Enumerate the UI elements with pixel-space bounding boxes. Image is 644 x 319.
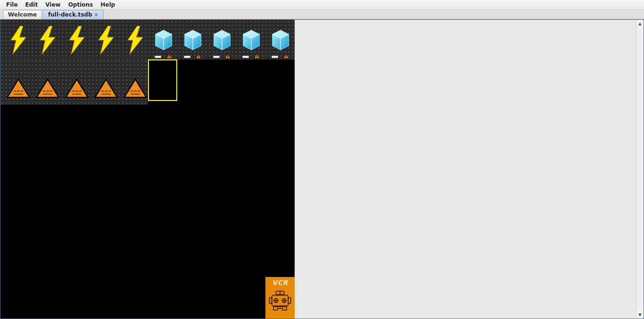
svg-marker-35 (8, 79, 30, 97)
svg-marker-37 (37, 79, 59, 97)
svg-rect-33 (286, 55, 287, 57)
lightning-card[interactable] (63, 24, 91, 57)
svg-marker-4 (128, 26, 143, 54)
svg-rect-50 (269, 298, 272, 303)
svg-rect-16 (198, 58, 199, 58)
vcr-card[interactable]: VCR (265, 277, 295, 319)
svg-marker-3 (99, 26, 114, 54)
lightning-card[interactable] (121, 24, 149, 57)
svg-rect-10 (169, 58, 170, 58)
editor-content: VCR ▲ (0, 19, 644, 319)
heat-warning-card[interactable] (33, 72, 62, 105)
menu-file[interactable]: File (3, 1, 21, 8)
svg-rect-9 (169, 55, 170, 57)
deck-row-1 (0, 20, 295, 59)
lightning-card[interactable] (33, 24, 62, 57)
ice-cube-card[interactable] (237, 23, 265, 56)
heat-warning-card[interactable] (121, 72, 149, 105)
svg-marker-41 (95, 79, 117, 97)
svg-marker-39 (66, 79, 88, 97)
heat-warning-card[interactable] (92, 72, 120, 105)
close-icon[interactable]: ✕ (94, 12, 98, 18)
lightning-card[interactable] (92, 24, 120, 57)
engine-icon (268, 286, 292, 314)
menu-edit[interactable]: Edit (22, 1, 41, 8)
heat-warning-card[interactable] (63, 72, 91, 105)
svg-rect-27 (257, 55, 257, 57)
properties-panel: ▲ ▼ (295, 20, 644, 319)
scroll-down-icon[interactable]: ▼ (636, 311, 644, 319)
progress-bar-icon (213, 56, 220, 58)
row2-mask (177, 59, 295, 105)
menubar: File Edit View Options Help (0, 0, 644, 10)
progress-bar-icon (242, 56, 249, 58)
svg-marker-0 (11, 26, 26, 54)
vertical-scrollbar[interactable]: ▲ ▼ (636, 20, 644, 319)
svg-rect-15 (198, 55, 199, 57)
row2-mask-left (148, 59, 177, 105)
tab-label: Welcome (8, 11, 37, 18)
ice-cube-card[interactable] (266, 23, 295, 56)
svg-rect-22 (228, 58, 228, 58)
svg-rect-34 (286, 58, 287, 58)
tab-welcome[interactable]: Welcome (3, 10, 42, 19)
svg-marker-43 (124, 79, 147, 97)
heat-warning-card[interactable] (4, 72, 33, 105)
progress-bar-icon (272, 56, 278, 58)
svg-rect-28 (257, 58, 257, 58)
tab-full-deck[interactable]: full-deck.tsdb ✕ (43, 10, 104, 19)
svg-rect-51 (288, 298, 290, 303)
scroll-up-icon[interactable]: ▲ (636, 20, 644, 27)
ice-cube-card[interactable] (149, 23, 178, 56)
deck-row-2 (0, 59, 295, 105)
menu-help[interactable]: Help (97, 1, 118, 8)
progress-bar-icon (155, 56, 161, 58)
svg-marker-2 (69, 26, 84, 54)
ice-cube-card[interactable] (208, 23, 236, 56)
tabbar: Welcome full-deck.tsdb ✕ (0, 10, 644, 19)
menu-options[interactable]: Options (65, 1, 97, 8)
lightning-card[interactable] (4, 24, 33, 57)
svg-rect-21 (228, 55, 228, 57)
ice-cube-card[interactable] (179, 23, 207, 56)
vcr-label: VCR (272, 279, 288, 286)
progress-bar-icon (184, 56, 190, 58)
svg-marker-1 (40, 26, 55, 54)
menu-view[interactable]: View (42, 1, 64, 8)
tab-label: full-deck.tsdb (48, 11, 92, 18)
deck-canvas[interactable]: VCR (0, 20, 295, 319)
